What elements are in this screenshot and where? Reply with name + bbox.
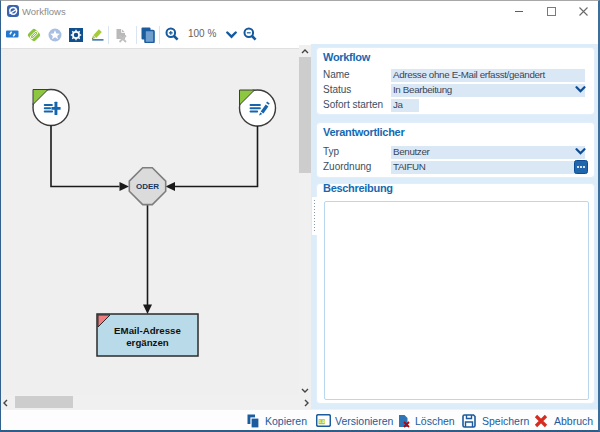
svg-text:ergänzen: ergänzen — [126, 337, 169, 348]
svg-text:1.0: 1.0 — [319, 419, 325, 424]
svg-text:EMail-Adresse: EMail-Adresse — [114, 325, 181, 336]
svg-text:ODER: ODER — [136, 182, 159, 191]
